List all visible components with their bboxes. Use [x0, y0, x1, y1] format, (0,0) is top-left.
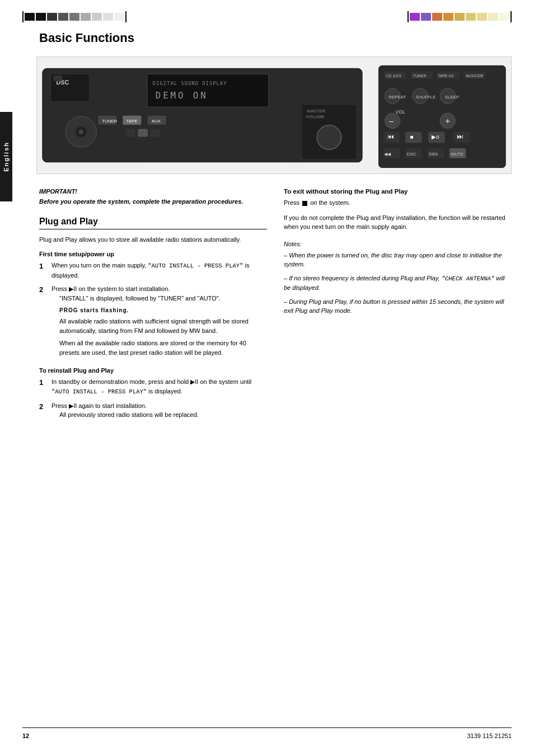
reinstall-step-2: 2 Press ▶II again to start installation.… [39, 401, 267, 423]
important-section: IMPORTANT! Before you operate the system… [39, 188, 267, 206]
svg-point-22 [317, 125, 341, 149]
note-2-mono: "CHECK ANTENNA" [442, 275, 495, 282]
svg-point-15 [79, 130, 83, 134]
page-footer: 12 3139 115 21251 [22, 727, 512, 739]
step-num: 1 [39, 261, 47, 280]
svg-text:REPEAT: REPEAT [388, 95, 406, 100]
reinstall-indent: All previously stored radio stations wil… [59, 410, 267, 420]
svg-text:DSC: DSC [407, 152, 416, 157]
step-2-line3: All available radio stations with suffic… [59, 317, 267, 335]
svg-text:⏭: ⏭ [457, 133, 463, 140]
reinstall-step-1-content: In standby or demonstration mode, press … [51, 377, 267, 396]
note-1-text: – When the power is turned on, the disc … [284, 252, 502, 268]
step-num-2: 2 [39, 284, 47, 360]
note-2-text: – If no stereo frequency is detected dur… [284, 275, 442, 281]
important-label: IMPORTANT! [39, 188, 267, 195]
note-1: – When the power is turned on, the disc … [284, 251, 512, 269]
exit-text2: on the system. [308, 199, 350, 206]
svg-text:■: ■ [410, 134, 414, 140]
svg-text:VOLUME: VOLUME [306, 114, 325, 119]
two-col-layout: IMPORTANT! Before you operate the system… [39, 188, 512, 428]
svg-text:DBS: DBS [429, 152, 438, 157]
reinstall-mono: "AUTO INSTALL - PRESS PLAY" [51, 388, 147, 395]
reinstall-step-num-1: 1 [39, 377, 47, 396]
step-2-line1: "INSTALL" is displayed, followed by "TUN… [59, 294, 267, 303]
svg-text:–: – [389, 117, 394, 125]
notes-label: Notes: [284, 241, 512, 247]
note-3-text: – During Plug and Play, if no button is … [284, 298, 504, 314]
exit-text1: Press [284, 199, 301, 206]
step-2-text-before: Press ▶II on the system to start install… [51, 285, 170, 292]
stop-icon [302, 201, 307, 206]
step-content: When you turn on the main supply, "AUTO … [51, 261, 267, 280]
page-number: 12 [22, 732, 29, 739]
reinstall-step-num-2: 2 [39, 401, 47, 423]
notes-section: Notes: – When the power is turned on, th… [284, 241, 512, 316]
svg-text:TAPE: TAPE [127, 119, 138, 124]
first-time-steps: 1 When you turn on the main supply, "AUT… [39, 261, 267, 360]
exit-title: To exit without storing the Plug and Pla… [284, 188, 512, 195]
reinstall-steps: 1 In standby or demonstration mode, pres… [39, 377, 267, 422]
reinstall-step-1: 1 In standby or demonstration mode, pres… [39, 377, 267, 396]
reinstall-title: To reinstall Plug and Play [39, 367, 267, 374]
important-text: Before you operate the system, complete … [39, 197, 267, 206]
svg-text:◀◀: ◀◀ [384, 152, 391, 157]
right-column: To exit without storing the Plug and Pla… [284, 188, 512, 428]
exit-line1: Press on the system. [284, 198, 512, 208]
step-1-first: 1 When you turn on the main supply, "AUT… [39, 261, 267, 280]
sidebar-tab-label: English [3, 142, 10, 172]
svg-text:+: + [446, 117, 450, 125]
step-2-indent: "INSTALL" is displayed, followed by "TUN… [59, 294, 267, 358]
svg-text:AUX/CDR: AUX/CDR [466, 74, 483, 78]
prog-text: PROG starts flashing. [59, 306, 267, 314]
reinstall-step-2-text: Press ▶II again to start installation. [51, 402, 147, 409]
svg-text:CD 1/2/3: CD 1/2/3 [386, 74, 401, 78]
reinstall-text: In standby or demonstration mode, press … [51, 378, 251, 385]
svg-rect-16 [125, 129, 135, 137]
exit-body: If you do not complete the Plug and Play… [284, 213, 512, 232]
svg-rect-18 [151, 129, 161, 137]
plug-and-play-intro: Plug and Play allows you to store all av… [39, 235, 267, 245]
step-mono: "AUTO INSTALL - PRESS PLAY" [148, 262, 243, 269]
svg-text:▶II: ▶II [432, 134, 439, 140]
svg-text:SHUFFLE: SHUFFLE [416, 95, 436, 100]
first-time-title: First time setup/power up [39, 251, 267, 257]
svg-text:⏮: ⏮ [387, 133, 394, 140]
reinstall-indent-text: All previously stored radio stations wil… [59, 410, 267, 420]
step-2-content: Press ▶II on the system to start install… [51, 284, 267, 360]
svg-text:SLEEP: SLEEP [445, 95, 459, 100]
device-image: DIGITAL SOUND DISPLAY DEMO ON DSC TUNER … [36, 57, 512, 174]
svg-text:MASTER: MASTER [307, 109, 326, 114]
svg-text:MUTE: MUTE [451, 152, 463, 157]
plug-and-play-title: Plug and Play [39, 217, 267, 229]
step-2-first: 2 Press ▶II on the system to start insta… [39, 284, 267, 360]
reinstall-text2: is displayed. [147, 388, 182, 395]
reinstall-step-2-content: Press ▶II again to start installation. A… [51, 401, 267, 423]
right-bar-pattern [407, 11, 512, 22]
left-bar-pattern [22, 11, 127, 22]
step-2-line4: When all the available radio stations ar… [59, 339, 267, 357]
step-text-before: When you turn on the main supply, [51, 262, 148, 269]
svg-text:TUNER: TUNER [102, 119, 117, 124]
doc-number: 3139 115 21251 [467, 732, 512, 739]
device-illustration: DIGITAL SOUND DISPLAY DEMO ON DSC TUNER … [37, 57, 511, 173]
note-2: – If no stereo frequency is detected dur… [284, 274, 512, 293]
svg-text:DEMO ON: DEMO ON [156, 90, 208, 101]
note-3: – During Plug and Play, if no button is … [284, 297, 512, 316]
sidebar-language-tab: English [0, 112, 12, 201]
svg-text:TUNER: TUNER [413, 74, 427, 78]
svg-text:AUX: AUX [152, 119, 161, 124]
left-column: IMPORTANT! Before you operate the system… [39, 188, 267, 428]
top-bar [22, 11, 512, 22]
svg-text:TAPE I/O: TAPE I/O [438, 74, 454, 78]
svg-text:DIGITAL SOUND DISPLAY: DIGITAL SOUND DISPLAY [153, 81, 227, 86]
svg-rect-17 [138, 129, 148, 137]
svg-rect-6 [54, 76, 63, 81]
page-title: Basic Functions [39, 31, 512, 45]
svg-text:VOL: VOL [395, 109, 405, 115]
